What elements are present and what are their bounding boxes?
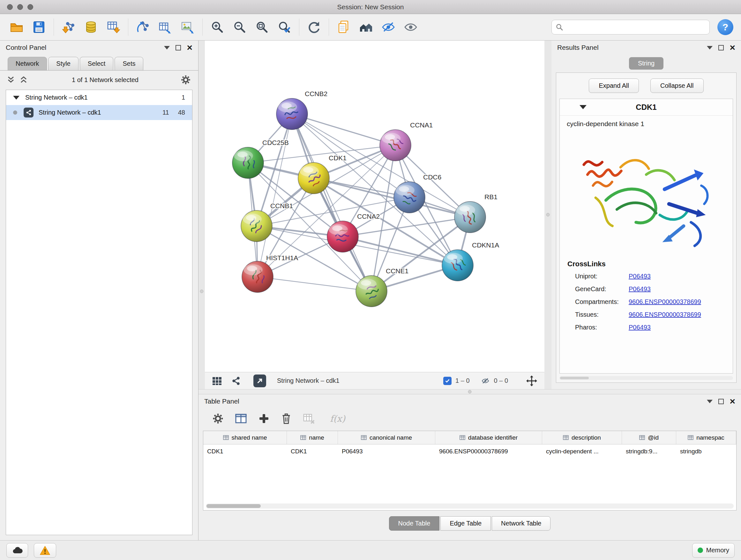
- zoom-selected-button[interactable]: [275, 18, 293, 36]
- panel-menu-icon[interactable]: [164, 46, 170, 50]
- column-header-canonical-name[interactable]: canonical name: [338, 431, 435, 444]
- cloud-button[interactable]: [6, 543, 28, 558]
- hide-selection-button[interactable]: [380, 18, 397, 36]
- network-row[interactable]: String Network – cdk1 11 48: [6, 105, 192, 120]
- scrollbar-thumb[interactable]: [206, 504, 261, 508]
- search-input[interactable]: [566, 23, 705, 31]
- save-session-button[interactable]: [30, 18, 48, 36]
- network-node-CCNA2[interactable]: [327, 221, 358, 252]
- right-splitter[interactable]: [544, 41, 551, 389]
- refresh-view-button[interactable]: [305, 18, 323, 36]
- memory-button[interactable]: Memory: [692, 543, 735, 558]
- tab-string[interactable]: String: [629, 57, 664, 70]
- export-table-button[interactable]: [156, 18, 174, 36]
- network-node-CCNB1[interactable]: [241, 210, 272, 242]
- tab-style[interactable]: Style: [48, 57, 78, 70]
- edge-CCNB2-CCNA1[interactable]: [292, 114, 395, 145]
- column-header-database-identifier[interactable]: database identifier: [435, 431, 542, 444]
- left-splitter[interactable]: [199, 41, 205, 389]
- share-network-icon[interactable]: [231, 376, 241, 386]
- network-options-gear-icon[interactable]: [180, 74, 191, 85]
- network-collection-row[interactable]: String Network – cdk1 1: [6, 90, 192, 105]
- pan-crosshair-icon[interactable]: [526, 375, 537, 387]
- show-columns-icon[interactable]: [234, 412, 248, 425]
- open-session-button[interactable]: [8, 18, 25, 36]
- crosslink-tissues-[interactable]: 9606.ENSP00000378699: [629, 311, 701, 318]
- crosslink-compartments-[interactable]: 9606.ENSP00000378699: [629, 298, 701, 306]
- network-node-CDC25B[interactable]: [232, 147, 264, 179]
- gene-entry-header[interactable]: CDK1: [560, 99, 733, 116]
- network-node-CCNB2[interactable]: [276, 98, 308, 130]
- tab-node-table[interactable]: Node Table: [389, 516, 440, 531]
- column-header-shared-name[interactable]: shared name: [203, 431, 287, 444]
- export-image-button[interactable]: [179, 18, 197, 36]
- help-button[interactable]: ?: [718, 19, 733, 35]
- network-node-HIST1H1A[interactable]: [242, 261, 273, 293]
- column-header--id[interactable]: @id: [622, 431, 676, 444]
- network-graph[interactable]: CCNB2CCNA1CDC25BCDK1CDC6RB1CCNB1CCNA2CDK…: [205, 41, 544, 372]
- close-window-button[interactable]: [7, 4, 13, 10]
- cell-shared-name[interactable]: CDK1: [203, 444, 287, 458]
- tab-edge-table[interactable]: Edge Table: [441, 516, 491, 531]
- export-network-button[interactable]: [134, 18, 152, 36]
- network-canvas[interactable]: CCNB2CCNA1CDC25BCDK1CDC6RB1CCNB1CCNA2CDK…: [205, 41, 544, 372]
- expand-all-icon[interactable]: [20, 76, 27, 84]
- results-scrollbar[interactable]: [559, 376, 733, 380]
- search-box[interactable]: [551, 20, 710, 35]
- network-node-CDC6[interactable]: [394, 182, 425, 213]
- splitter-handle[interactable]: [200, 290, 204, 293]
- network-node-CDKN1A[interactable]: [442, 250, 473, 281]
- add-column-icon[interactable]: [258, 413, 270, 425]
- float-panel-icon[interactable]: [718, 399, 724, 404]
- collapse-all-button[interactable]: Collapse All: [650, 78, 704, 93]
- float-panel-icon[interactable]: [176, 45, 181, 51]
- table-h-scrollbar[interactable]: [206, 503, 734, 509]
- network-node-CDK1[interactable]: [298, 163, 329, 194]
- cell-name[interactable]: CDK1: [287, 444, 338, 458]
- splitter-handle[interactable]: [468, 390, 472, 394]
- selected-checkbox-icon[interactable]: [443, 377, 452, 385]
- zoom-fit-button[interactable]: [253, 18, 271, 36]
- cell-database-identifier[interactable]: 9606.ENSP00000378699: [435, 444, 542, 458]
- home-button[interactable]: [357, 18, 375, 36]
- cell-description[interactable]: cyclin-dependent ...: [542, 444, 622, 458]
- edge-CCNB2-CCNE1[interactable]: [292, 114, 372, 291]
- show-all-button[interactable]: [402, 18, 420, 36]
- collection-expander-icon[interactable]: [13, 96, 19, 100]
- edge-HIST1H1A-CCNE1[interactable]: [258, 277, 372, 291]
- minimize-window-button[interactable]: [17, 4, 23, 10]
- expand-all-button[interactable]: Expand All: [589, 78, 639, 93]
- panel-menu-icon[interactable]: [707, 400, 713, 403]
- edge-CCNB2-HIST1H1A[interactable]: [258, 114, 292, 277]
- crosslink-uniprot-[interactable]: P06493: [629, 273, 651, 280]
- zoom-out-button[interactable]: [231, 18, 249, 36]
- hidden-eye-slash-icon[interactable]: [481, 377, 490, 385]
- table-options-gear-icon[interactable]: [212, 413, 224, 425]
- float-panel-icon[interactable]: [718, 45, 724, 51]
- tab-network[interactable]: Network: [8, 57, 47, 70]
- cell-namespac[interactable]: stringdb: [676, 444, 736, 458]
- delete-table-icon[interactable]: [302, 413, 315, 425]
- import-database-button[interactable]: [82, 18, 100, 36]
- close-panel-icon[interactable]: ×: [730, 43, 735, 52]
- birds-eye-view-icon[interactable]: [212, 376, 222, 386]
- function-builder-button[interactable]: f(x): [330, 414, 345, 424]
- warnings-button[interactable]: [34, 543, 56, 558]
- column-header-name[interactable]: name: [287, 431, 338, 444]
- splitter-handle[interactable]: [546, 213, 550, 216]
- table-splitter[interactable]: [199, 389, 741, 394]
- maximize-window-button[interactable]: [27, 4, 33, 10]
- import-network-button[interactable]: [60, 18, 77, 36]
- network-node-CCNE1[interactable]: [356, 275, 387, 307]
- import-table-button[interactable]: [105, 18, 122, 36]
- close-panel-icon[interactable]: ×: [730, 396, 735, 406]
- table-row[interactable]: CDK1CDK1P064939606.ENSP00000378699cyclin…: [203, 444, 736, 458]
- column-header-description[interactable]: description: [542, 431, 622, 444]
- zoom-in-button[interactable]: [208, 18, 226, 36]
- copy-document-button[interactable]: [335, 18, 353, 36]
- tab-network-table[interactable]: Network Table: [492, 516, 550, 531]
- close-panel-icon[interactable]: ×: [187, 43, 192, 52]
- cell--id[interactable]: stringdb:9...: [622, 444, 676, 458]
- panel-menu-icon[interactable]: [707, 46, 713, 50]
- tab-select[interactable]: Select: [80, 57, 114, 70]
